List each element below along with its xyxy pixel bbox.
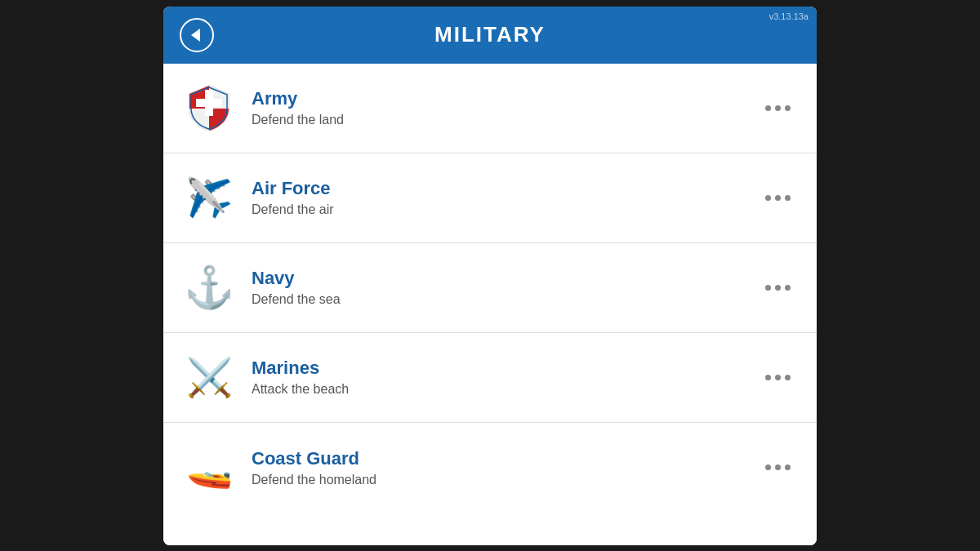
coast-guard-icon: 🚤 [183, 442, 235, 494]
marines-text: Marines Attack the beach [252, 358, 759, 397]
back-chevron-icon [191, 29, 200, 42]
list-item-marines[interactable]: ⚔️ Marines Attack the beach [163, 333, 817, 423]
coast-guard-text: Coast Guard Defend the homeland [252, 448, 759, 487]
app-container: MILITARY v3.13.13a [163, 7, 817, 545]
navy-text: Navy Defend the sea [252, 268, 759, 307]
army-more-button[interactable] [759, 99, 797, 118]
coast-guard-subtitle: Defend the homeland [252, 473, 759, 487]
dot [775, 105, 781, 111]
navy-more-button[interactable] [759, 278, 797, 297]
navy-name: Navy [252, 268, 759, 289]
dot [785, 464, 791, 470]
army-subtitle: Defend the land [252, 113, 759, 127]
marines-icon: ⚔️ [183, 351, 235, 403]
marines-name: Marines [252, 358, 759, 379]
list-container: Army Defend the land ✈️ Air Force Defend… [163, 64, 817, 545]
coast-guard-more-button[interactable] [759, 458, 797, 477]
dot [765, 195, 771, 201]
air-force-text: Air Force Defend the air [252, 178, 759, 217]
navy-icon: ⚓ [183, 261, 235, 313]
air-force-name: Air Force [252, 178, 759, 199]
list-item-army[interactable]: Army Defend the land [163, 64, 817, 153]
header: MILITARY v3.13.13a [163, 7, 817, 64]
version-label: v3.13.13a [769, 11, 808, 21]
dot [785, 195, 791, 201]
army-icon [183, 82, 235, 134]
list-item-coast-guard[interactable]: 🚤 Coast Guard Defend the homeland [163, 423, 817, 513]
list-item-navy[interactable]: ⚓ Navy Defend the sea [163, 243, 817, 333]
dot [765, 105, 771, 111]
army-text: Army Defend the land [252, 88, 759, 127]
dot [765, 464, 771, 470]
coast-guard-name: Coast Guard [252, 448, 759, 469]
navy-subtitle: Defend the sea [252, 292, 759, 307]
dot [775, 464, 781, 470]
page-title: MILITARY [434, 22, 546, 47]
list-item-air-force[interactable]: ✈️ Air Force Defend the air [163, 153, 817, 243]
dot [775, 285, 781, 291]
dot [785, 105, 791, 111]
dot [765, 375, 771, 380]
dot [785, 285, 791, 291]
dot [785, 375, 791, 380]
air-force-more-button[interactable] [759, 189, 797, 207]
air-force-icon: ✈️ [183, 171, 235, 224]
dot [765, 285, 771, 291]
air-force-subtitle: Defend the air [252, 202, 759, 217]
marines-subtitle: Attack the beach [252, 382, 759, 397]
dot [775, 375, 781, 380]
svg-rect-1 [205, 90, 213, 116]
marines-more-button[interactable] [759, 368, 797, 387]
back-button[interactable] [180, 18, 214, 52]
dot [775, 195, 781, 201]
army-name: Army [252, 88, 759, 109]
